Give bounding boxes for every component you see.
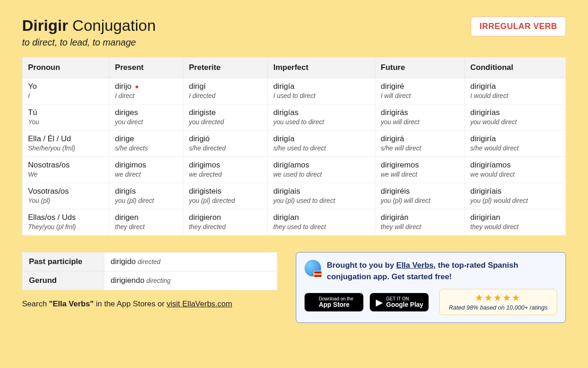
- conjugation-cell: dirigiréis you (pl) will direct: [375, 183, 464, 209]
- irregular-badge: IRREGULAR VERB: [471, 17, 566, 36]
- promo-text: Brought to you by Ella Verbs, the top-ra…: [327, 260, 557, 282]
- conjugation-cell: dirigías you used to direct: [267, 104, 375, 131]
- column-header: Preterite: [183, 58, 268, 78]
- column-header: Imperfect: [267, 58, 375, 78]
- app-icon: [305, 260, 321, 276]
- participle-row: Past participledirigidodirected: [23, 253, 277, 271]
- conjugation-cell: dirijo I direct: [109, 78, 183, 104]
- conjugation-table: PronounPresentPreteriteImperfectFutureCo…: [22, 57, 566, 236]
- pronoun-cell: TúYou: [23, 104, 109, 131]
- participle-value: dirigiendodirecting: [104, 271, 277, 290]
- conjugation-cell: diriges you direct: [109, 104, 183, 131]
- conjugation-cell: dirigían they used to direct: [267, 209, 375, 236]
- stars-icon: ★★★★★: [449, 292, 548, 303]
- verb-meaning: to direct, to lead, to manage: [22, 37, 156, 48]
- participle-label: Past participle: [23, 253, 104, 271]
- conjugation-cell: dirigís you (pl) direct: [109, 183, 183, 209]
- participle-label: Gerund: [23, 271, 104, 290]
- page-title: Dirigir Conjugation: [22, 17, 156, 34]
- table-row: Ella / Él / UdShe/he/you (fml)dirige s/h…: [23, 131, 566, 157]
- conjugation-cell: dirigíais you (pl) used to direct: [267, 183, 375, 209]
- conjugation-cell: dirigíamos we used to direct: [267, 157, 375, 183]
- participle-table: Past participledirigidodirectedGerunddir…: [22, 252, 277, 290]
- participle-value: dirigidodirected: [104, 253, 277, 271]
- table-row: Vosotras/osYou (pl)dirigís you (pl) dire…: [23, 183, 566, 209]
- conjugation-cell: dirigiría s/he would direct: [464, 131, 565, 157]
- irregular-dot-icon: [136, 86, 138, 88]
- table-row: TúYoudiriges you directdirigiste you dir…: [23, 104, 566, 131]
- pronoun-cell: Ella / Él / UdShe/he/you (fml): [23, 131, 109, 157]
- conjugation-cell: dirigimos we direct: [109, 157, 183, 183]
- pronoun-cell: Nosotras/osWe: [23, 157, 109, 183]
- column-header: Pronoun: [23, 58, 109, 78]
- conjugation-cell: dirigió s/he directed: [183, 131, 268, 157]
- column-header: Future: [375, 58, 464, 78]
- conjugation-cell: dirigirá s/he will direct: [375, 131, 464, 157]
- participle-row: Gerunddirigiendodirecting: [23, 271, 277, 290]
- table-row: Nosotras/osWedirigimos we directdirigimo…: [23, 157, 566, 183]
- brand-link[interactable]: Ella Verbs: [396, 261, 434, 270]
- pronoun-cell: Ellas/os / UdsThey/you (pl fml): [23, 209, 109, 236]
- conjugation-cell: dirigiríais you (pl) would direct: [464, 183, 565, 209]
- pronoun-cell: YoI: [23, 78, 109, 104]
- title-block: Dirigir Conjugation to direct, to lead, …: [22, 17, 156, 48]
- conjugation-cell: dirigirías you would direct: [464, 104, 565, 131]
- conjugation-cell: dirigieron they directed: [183, 209, 268, 236]
- conjugation-cell: dirigimos we directed: [183, 157, 268, 183]
- conjugation-cell: dirigía s/he used to direct: [267, 131, 375, 157]
- conjugation-cell: dirigirás you will direct: [375, 104, 464, 131]
- conjugation-cell: dirigiré I will direct: [375, 78, 464, 104]
- table-row: YoIdirijo I directdirigí I directeddirig…: [23, 78, 566, 104]
- table-row: Ellas/os / UdsThey/you (pl fml)dirigen t…: [23, 209, 566, 236]
- conjugation-cell: dirigí I directed: [183, 78, 268, 104]
- rating-box: ★★★★★ Rated 98% based on 10,000+ ratings: [439, 289, 557, 315]
- conjugation-cell: dirigía I used to direct: [267, 78, 375, 104]
- conjugation-cell: dirigiríamos we would direct: [464, 157, 565, 183]
- conjugation-cell: dirigisteis you (pl) directed: [183, 183, 268, 209]
- conjugation-cell: dirigen they direct: [109, 209, 183, 236]
- promo-box: Brought to you by Ella Verbs, the top-ra…: [296, 252, 566, 323]
- column-header: Conditional: [464, 58, 565, 78]
- app-store-button[interactable]: Download on theApp Store: [305, 293, 363, 311]
- conjugation-cell: dirigirán they will direct: [375, 209, 464, 236]
- conjugation-cell: dirige s/he directs: [109, 131, 183, 157]
- column-header: Present: [109, 58, 183, 78]
- conjugation-cell: dirigirían they would direct: [464, 209, 565, 236]
- conjugation-cell: dirigiremos we will direct: [375, 157, 464, 183]
- search-line: Search "Ella Verbs" in the App Stores or…: [22, 299, 277, 309]
- conjugation-cell: dirigiría I would direct: [464, 78, 565, 104]
- google-play-button[interactable]: ▶ GET IT ONGoogle Play: [370, 293, 429, 311]
- visit-link[interactable]: visit EllaVerbs.com: [167, 299, 232, 308]
- pronoun-cell: Vosotras/osYou (pl): [23, 183, 109, 209]
- play-icon: ▶: [376, 297, 383, 307]
- conjugation-cell: dirigiste you directed: [183, 104, 268, 131]
